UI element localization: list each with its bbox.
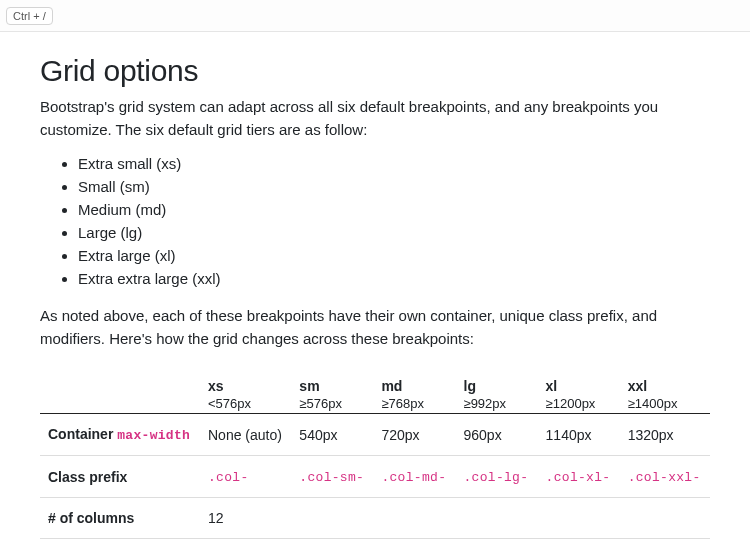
code-prefix: .col-xl-: [546, 470, 611, 485]
page-title: Grid options: [40, 54, 710, 88]
row-header: Gutter width: [40, 539, 200, 552]
col-label: lg: [464, 378, 476, 394]
table-cell: .col-sm-: [291, 456, 373, 498]
grid-tiers-list: Extra small (xs) Small (sm) Medium (md) …: [40, 155, 710, 287]
col-label: xxl: [628, 378, 647, 394]
row-header: Container max-width: [40, 414, 200, 456]
keyboard-shortcut-badge: Ctrl + /: [6, 7, 53, 25]
code-prefix: .col-lg-: [464, 470, 529, 485]
code-prefix: .col-md-: [381, 470, 446, 485]
code-max-width: max-width: [117, 428, 190, 443]
table-cell: 1.5rem (.75rem on left and right): [200, 539, 710, 552]
list-item: Extra large (xl): [78, 247, 710, 264]
table-cell: .col-: [200, 456, 291, 498]
table-row-container: Container max-width None (auto) 540px 72…: [40, 414, 710, 456]
table-cell: .col-lg-: [456, 456, 538, 498]
col-header-lg: lg ≥992px: [456, 372, 538, 414]
col-label: sm: [299, 378, 319, 394]
list-item: Medium (md): [78, 201, 710, 218]
col-label: xs: [208, 378, 224, 394]
note-paragraph: As noted above, each of these breakpoint…: [40, 305, 710, 350]
code-prefix: .col-: [208, 470, 249, 485]
col-sublabel: ≥992px: [464, 394, 530, 411]
table-row-numcols: # of columns 12: [40, 498, 710, 539]
list-item: Extra small (xs): [78, 155, 710, 172]
table-cell: None (auto): [200, 414, 291, 456]
col-sublabel: <576px: [208, 394, 283, 411]
table-row-gutter: Gutter width 1.5rem (.75rem on left and …: [40, 539, 710, 552]
list-item: Small (sm): [78, 178, 710, 195]
table-cell: .col-xl-: [538, 456, 620, 498]
list-item: Large (lg): [78, 224, 710, 241]
grid-options-table: xs <576px sm ≥576px md ≥768px lg ≥992px …: [40, 372, 710, 551]
col-label: md: [381, 378, 402, 394]
col-sublabel: ≥1200px: [546, 394, 612, 411]
col-header-sm: sm ≥576px: [291, 372, 373, 414]
table-row-prefix: Class prefix .col- .col-sm- .col-md- .co…: [40, 456, 710, 498]
table-cell: 12: [200, 498, 710, 539]
table-cell: 1320px: [620, 414, 710, 456]
code-prefix: .col-sm-: [299, 470, 364, 485]
table-cell: .col-xxl-: [620, 456, 710, 498]
table-cell: 540px: [291, 414, 373, 456]
col-label: xl: [546, 378, 558, 394]
col-sublabel: ≥768px: [381, 394, 447, 411]
table-cell: 1140px: [538, 414, 620, 456]
col-sublabel: ≥1400px: [628, 394, 702, 411]
intro-paragraph: Bootstrap's grid system can adapt across…: [40, 96, 710, 141]
col-sublabel: ≥576px: [299, 394, 365, 411]
col-header-md: md ≥768px: [373, 372, 455, 414]
row-header: # of columns: [40, 498, 200, 539]
table-header-row: xs <576px sm ≥576px md ≥768px lg ≥992px …: [40, 372, 710, 414]
col-header-xl: xl ≥1200px: [538, 372, 620, 414]
row-header-text: Container: [48, 426, 113, 442]
table-cell: .col-md-: [373, 456, 455, 498]
col-header-xs: xs <576px: [200, 372, 291, 414]
table-cell: 960px: [456, 414, 538, 456]
main-content: Grid options Bootstrap's grid system can…: [0, 32, 750, 551]
keyboard-hint-bar: Ctrl + /: [0, 0, 750, 32]
code-prefix: .col-xxl-: [628, 470, 701, 485]
col-header-xxl: xxl ≥1400px: [620, 372, 710, 414]
list-item: Extra extra large (xxl): [78, 270, 710, 287]
table-cell: 720px: [373, 414, 455, 456]
table-corner-cell: [40, 372, 200, 414]
row-header: Class prefix: [40, 456, 200, 498]
